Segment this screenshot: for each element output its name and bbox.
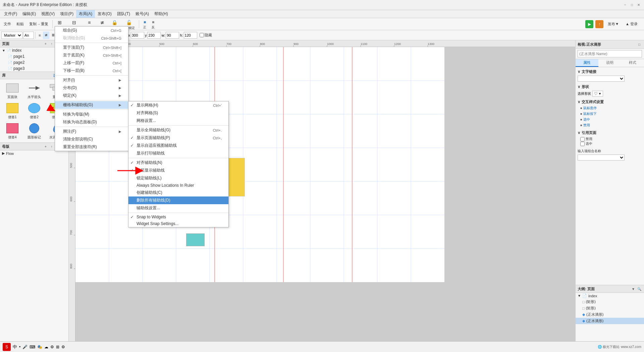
blue-rect-widget[interactable]	[186, 233, 205, 246]
widget-sticky4[interactable]: 便签4	[2, 122, 22, 140]
tab-properties[interactable]: 属性	[576, 59, 598, 67]
menu-backward[interactable]: 下移一层(B) Ctrl+[	[55, 67, 128, 75]
publish-btn[interactable]: 发布▼	[605, 20, 621, 28]
widget-sticky1[interactable]: 便签1	[2, 101, 22, 120]
menu-lock[interactable]: 锁定(K) ▶	[55, 92, 128, 99]
font-select[interactable]: Marker	[1, 32, 22, 39]
ime-cloud[interactable]: ☁	[44, 345, 48, 349]
menu-help[interactable]: 帮助(H)	[152, 10, 171, 18]
ime-keyboard[interactable]: ⌨	[30, 345, 35, 349]
close-btn[interactable]: ✕	[636, 2, 641, 8]
outline-water1[interactable]: ◆ (正水滴形)	[576, 311, 644, 318]
preview-btn[interactable]: ▶	[585, 20, 593, 28]
tooltip-collapse[interactable]: ∨	[578, 131, 580, 135]
flow-section[interactable]: ▶ Flow	[0, 150, 68, 156]
ime-settings[interactable]: ⚙	[50, 345, 54, 349]
align-center-btn[interactable]: ≢	[43, 32, 49, 39]
add-master-btn[interactable]: +	[43, 144, 48, 149]
outline-rect2[interactable]: □ (矩形)	[576, 305, 644, 311]
ime-chinese-btn[interactable]: S	[3, 343, 11, 351]
menu-script[interactable]: 脚注(F) ▶	[55, 128, 128, 135]
minimize-btn[interactable]: −	[623, 2, 628, 8]
text-link-collapse[interactable]: ∨	[578, 70, 580, 74]
ime-options[interactable]: ⚙	[61, 345, 65, 349]
x-input[interactable]	[131, 32, 144, 39]
back-btn[interactable]: ■ 反	[149, 19, 157, 30]
font-size-input[interactable]	[23, 32, 34, 39]
outline-filter-btn[interactable]: ▼	[631, 286, 636, 292]
outline-index[interactable]: ▼ 📄 index	[576, 293, 644, 299]
shape-collapse[interactable]: ∨	[578, 85, 580, 89]
outline-water2[interactable]: ◆ (正水滴形)	[576, 318, 644, 324]
ime-grid[interactable]: ⊞	[56, 345, 59, 349]
selected-link[interactable]: 选中	[583, 117, 590, 122]
menu-view[interactable]: 视图(V)	[39, 10, 57, 18]
widget-sticky2[interactable]: 便签2	[24, 101, 44, 120]
disabled-link[interactable]: 禁用	[583, 123, 590, 128]
hide-btn[interactable]: 隐藏	[198, 32, 214, 39]
ime-emoji[interactable]: 🎭	[37, 345, 42, 349]
shape-selector[interactable]: ♡ ▼	[592, 91, 603, 97]
outline-rect1[interactable]: □ (矩形)	[576, 299, 644, 305]
hide-checkbox[interactable]	[200, 33, 204, 37]
selected-checkbox-row[interactable]: 选中	[580, 141, 642, 146]
shape-name-input[interactable]	[578, 50, 642, 57]
menu-reset-connectors[interactable]: 重置全部连接符(R)	[55, 143, 128, 151]
widget-circle-marker[interactable]: 圆形标记	[24, 122, 44, 140]
copy-btn[interactable]: 复制 → 重复	[27, 20, 51, 28]
tab-style[interactable]: 样式	[621, 59, 644, 67]
menu-account[interactable]: 账号(A)	[133, 10, 152, 18]
tab-notes[interactable]: 说明	[598, 59, 621, 67]
sub-guide-settings[interactable]: 辅助线设置...	[128, 204, 228, 212]
menu-align[interactable]: 对齐(I) ▶	[55, 76, 128, 84]
menu-distribute[interactable]: 分布(D) ▶	[55, 84, 128, 92]
forward-btn[interactable]: ■ 正	[141, 19, 149, 30]
widget-page-block[interactable]: 页面块	[2, 81, 22, 100]
menu-layout[interactable]: 布局(A)	[76, 10, 95, 18]
menu-project[interactable]: 项目(P)	[57, 10, 76, 18]
disabled-checkbox-row[interactable]: 禁用	[580, 137, 642, 141]
mouse-over-link[interactable]: 鼠标悬停	[583, 106, 597, 111]
selected-checkbox[interactable]	[580, 142, 585, 146]
paste-btn[interactable]: 粘贴	[14, 20, 26, 28]
sub-show-grid[interactable]: ✓ 显示网格(H) Ctrl+'	[128, 101, 228, 109]
sub-snap-guides[interactable]: ✓ 对齐辅助线(N)	[128, 159, 228, 167]
menu-bring-back[interactable]: 至于底层(K) Ctrl+Shift+[	[55, 51, 128, 59]
sub-lock-guides[interactable]: 锁定辅助线(L)	[128, 174, 228, 182]
sub-grid-settings[interactable]: 网格设置...	[128, 117, 228, 125]
y-input[interactable]	[147, 32, 161, 39]
menu-bring-front[interactable]: 置于顶层(T) Ctrl+Shift+]	[55, 44, 128, 51]
mouse-down-link[interactable]: 鼠标按下	[583, 112, 597, 116]
sub-snap-grid[interactable]: 对齐网格(S)	[128, 109, 228, 117]
share-btn[interactable]: ↑	[595, 20, 603, 28]
sub-delete-guides[interactable]: 删除所有辅助线(D)	[128, 196, 228, 204]
text-link-select[interactable]	[578, 76, 625, 82]
page-up-btn[interactable]: ↑	[49, 41, 54, 46]
menu-to-master[interactable]: 转换为母版(M)	[55, 111, 128, 118]
login-btn[interactable]: ▲ 登录	[623, 20, 640, 28]
master-up-btn[interactable]: ↑	[49, 144, 54, 149]
file-btn[interactable]: 文件	[1, 20, 13, 28]
title-controls[interactable]: − □ ✕	[623, 2, 641, 8]
sub-show-layer-guides[interactable]: ✓ 底层显示辅助线	[128, 167, 228, 174]
widget-h-arrow[interactable]: 水平箭头	[24, 81, 44, 100]
sub-create-guides[interactable]: 创建辅助线(C)	[128, 189, 228, 196]
menu-forward[interactable]: 上移一层(F) Ctrl+]	[55, 59, 128, 67]
sub-widget-snap-settings[interactable]: Widget Snap Settings...	[128, 220, 228, 227]
h-input[interactable]	[184, 32, 197, 39]
sub-show-adaptive-guides[interactable]: ✓ 显示自适应视图辅助线	[128, 142, 228, 149]
w-input[interactable]	[166, 32, 179, 39]
sub-snap-widgets[interactable]: ✓ Snap to Widgets	[128, 214, 228, 220]
menu-team[interactable]: 团队(T)	[114, 10, 133, 18]
restore-btn[interactable]: □	[629, 2, 635, 8]
menu-clear-notes[interactable]: 清除全部说明(C)	[55, 135, 128, 143]
sub-show-print-guides[interactable]: 显示打印辅助线	[128, 149, 228, 157]
sub-show-all-guides[interactable]: 显示全局辅助线(G) Ctrl+.	[128, 126, 228, 134]
align-left-btn[interactable]: ≡	[37, 32, 42, 39]
menu-ungroup[interactable]: 取消组合(G) Ctrl+Shift+G	[55, 34, 128, 42]
sub-always-show-ruler[interactable]: Always Show Locations In Ruler	[128, 182, 228, 189]
menu-publish[interactable]: 发布(O)	[95, 10, 114, 18]
right-panel-expand-btn[interactable]: □	[637, 42, 642, 47]
disabled-checkbox[interactable]	[580, 137, 585, 141]
interaction-collapse[interactable]: ∨	[578, 100, 580, 104]
